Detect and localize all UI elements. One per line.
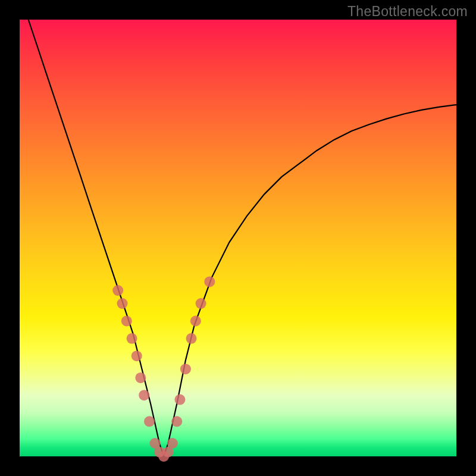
data-marker — [131, 350, 142, 361]
data-marker — [174, 394, 185, 405]
data-marker — [180, 364, 191, 374]
data-marker — [121, 316, 132, 327]
data-marker — [144, 416, 155, 427]
data-marker — [127, 333, 137, 344]
data-marker — [204, 276, 215, 287]
curve-svg — [20, 20, 456, 456]
bottleneck-curve — [29, 20, 456, 456]
data-marker — [196, 298, 206, 309]
data-marker — [186, 333, 197, 344]
chart-frame: TheBottleneck.com — [0, 0, 476, 476]
data-marker — [135, 372, 146, 383]
data-marker — [139, 390, 149, 400]
data-marker — [190, 316, 201, 327]
data-marker — [171, 416, 182, 427]
watermark-text: TheBottleneck.com — [347, 4, 468, 20]
markers-group — [112, 276, 215, 462]
data-marker — [117, 298, 128, 309]
plot-area — [20, 20, 456, 456]
data-marker — [112, 285, 123, 296]
data-marker — [167, 438, 178, 449]
